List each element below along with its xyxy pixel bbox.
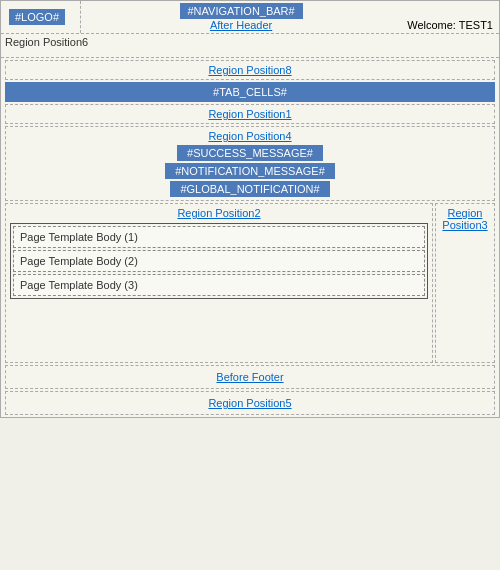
region8-label[interactable]: Region Position8	[208, 64, 291, 76]
page-body-item-2: Page Template Body (2)	[13, 250, 425, 272]
logo-cell: #LOGO#	[1, 1, 81, 33]
region6-label: Region Position6	[5, 36, 88, 48]
welcome-cell: Welcome: TEST1	[401, 1, 499, 33]
region2-header: Region Position2	[10, 207, 428, 219]
region1-row: Region Position1	[5, 104, 495, 124]
region2-3-row: Region Position2 Page Template Body (1) …	[5, 203, 495, 363]
region3-label[interactable]: RegionPosition3	[442, 207, 487, 231]
message-tags: #SUCCESS_MESSAGE# #NOTIFICATION_MESSAGE#…	[10, 145, 490, 197]
region4-row: Region Position4 #SUCCESS_MESSAGE# #NOTI…	[5, 126, 495, 201]
notification-message-tag: #NOTIFICATION_MESSAGE#	[165, 163, 335, 179]
region5-label[interactable]: Region Position5	[208, 397, 291, 409]
region4-label[interactable]: Region Position4	[10, 130, 490, 142]
before-footer-label[interactable]: Before Footer	[216, 371, 283, 383]
region1-label[interactable]: Region Position1	[208, 108, 291, 120]
region5-row: Region Position5	[5, 391, 495, 415]
success-message-tag: #SUCCESS_MESSAGE#	[177, 145, 323, 161]
global-notification-tag: #GLOBAL_NOTIFICATION#	[170, 181, 329, 197]
nav-bar-tag: #NAVIGATION_BAR#	[180, 3, 303, 19]
region3-cell: RegionPosition3	[435, 203, 495, 363]
nav-bar-cell: #NAVIGATION_BAR# After Header	[81, 1, 401, 33]
region2-label[interactable]: Region Position2	[177, 207, 260, 219]
tab-cells-row: #TAB_CELLS#	[5, 82, 495, 102]
page-body-container: Page Template Body (1) Page Template Bod…	[10, 223, 428, 299]
region8-row: Region Position8	[5, 60, 495, 80]
header-row: #LOGO# #NAVIGATION_BAR# After Header Wel…	[1, 1, 499, 34]
page-body-item-1: Page Template Body (1)	[13, 226, 425, 248]
tab-cells-tag: #TAB_CELLS#	[213, 86, 287, 98]
welcome-text: Welcome: TEST1	[407, 19, 493, 31]
after-header-label[interactable]: After Header	[210, 19, 272, 31]
page-wrapper: #LOGO# #NAVIGATION_BAR# After Header Wel…	[0, 0, 500, 418]
before-footer-row: Before Footer	[5, 365, 495, 389]
logo-tag: #LOGO#	[9, 9, 65, 25]
page-body-item-3: Page Template Body (3)	[13, 274, 425, 296]
region6-row: Region Position6	[1, 34, 499, 58]
region2-cell: Region Position2 Page Template Body (1) …	[5, 203, 433, 363]
